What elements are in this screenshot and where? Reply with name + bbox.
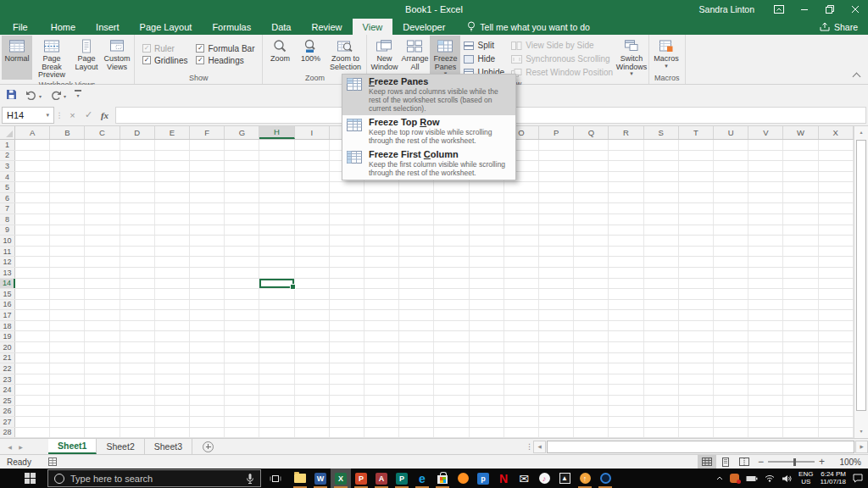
taskbar-search-input[interactable]: Type here to search [47, 469, 261, 487]
formula-bar-checkbox[interactable]: ✓ Formula Bar [196, 44, 254, 53]
cell-D16[interactable] [120, 300, 155, 310]
cell-T17[interactable] [679, 310, 714, 320]
cell-J15[interactable] [330, 289, 364, 299]
cell-S17[interactable] [644, 310, 679, 320]
cell-W17[interactable] [783, 310, 818, 320]
cell-C11[interactable] [85, 247, 120, 257]
cell-Q17[interactable] [574, 310, 609, 320]
cell-U26[interactable] [714, 406, 748, 416]
cell-X18[interactable] [819, 321, 854, 331]
cell-C10[interactable] [85, 236, 120, 246]
tell-me-box[interactable]: Tell me what you want to do [467, 19, 590, 35]
cell-O16[interactable] [504, 300, 539, 310]
cell-T15[interactable] [679, 289, 714, 299]
row-header-11[interactable]: 11 [0, 247, 15, 257]
cell-V13[interactable] [748, 268, 783, 278]
cell-B24[interactable] [50, 385, 85, 395]
cell-O28[interactable] [504, 428, 539, 438]
cell-D6[interactable] [120, 193, 155, 203]
headings-checkbox[interactable]: ✓ Headings [196, 56, 254, 65]
cell-L24[interactable] [399, 385, 434, 395]
cell-X28[interactable] [819, 428, 854, 438]
cell-C12[interactable] [85, 257, 120, 267]
cell-S15[interactable] [644, 289, 679, 299]
cell-V11[interactable] [748, 247, 783, 257]
sheet-tab-sheet1[interactable]: Sheet1 [48, 439, 97, 454]
vertical-scrollbar[interactable]: ▴ ▾ [854, 126, 868, 438]
column-header-E[interactable]: E [155, 126, 190, 139]
cell-E23[interactable] [155, 374, 190, 385]
cell-D28[interactable] [120, 428, 155, 438]
cell-Q14[interactable] [574, 279, 609, 289]
cell-W14[interactable] [783, 279, 818, 289]
cell-T23[interactable] [679, 374, 714, 385]
zoom-to-selection-button[interactable]: Zoom to Selection [326, 36, 364, 73]
row-header-14[interactable]: 14 [0, 279, 15, 289]
cell-C23[interactable] [85, 374, 120, 385]
row-header-6[interactable]: 6 [0, 193, 15, 203]
normal-view-button[interactable]: Normal [2, 36, 32, 80]
column-header-Q[interactable]: Q [574, 126, 609, 139]
cell-C19[interactable] [85, 331, 120, 341]
cell-A23[interactable] [15, 374, 50, 385]
cell-R14[interactable] [609, 279, 643, 289]
cell-N5[interactable] [470, 182, 504, 192]
cell-N6[interactable] [470, 193, 504, 203]
cell-L16[interactable] [399, 300, 434, 310]
column-header-A[interactable]: A [15, 126, 50, 139]
row-header-12[interactable]: 12 [0, 257, 15, 267]
cell-V14[interactable] [748, 279, 783, 289]
cell-S9[interactable] [644, 225, 679, 236]
cell-H9[interactable] [259, 225, 294, 236]
cell-K7[interactable] [364, 203, 399, 214]
cell-A16[interactable] [15, 300, 50, 310]
row-header-17[interactable]: 17 [0, 310, 15, 320]
taskbar-app-paint-icon[interactable]: p [473, 469, 493, 488]
cell-R9[interactable] [609, 225, 643, 236]
cell-I25[interactable] [295, 396, 330, 406]
cell-U18[interactable] [714, 321, 748, 331]
cell-P19[interactable] [539, 331, 574, 341]
cell-I1[interactable] [295, 140, 330, 150]
cell-O7[interactable] [504, 203, 539, 214]
cell-E5[interactable] [155, 182, 190, 192]
cell-B12[interactable] [50, 257, 85, 267]
menu-item-freeze-panes[interactable]: Freeze Panes Keep rows and columns visib… [342, 75, 515, 115]
cell-I6[interactable] [295, 193, 330, 203]
cell-U25[interactable] [714, 396, 748, 406]
cell-N9[interactable] [470, 225, 504, 236]
cell-W12[interactable] [783, 257, 818, 267]
cell-E9[interactable] [155, 225, 190, 236]
cell-N27[interactable] [470, 417, 504, 427]
cell-Q4[interactable] [574, 172, 609, 182]
cell-X5[interactable] [819, 182, 854, 192]
cell-E21[interactable] [155, 353, 190, 363]
cell-D5[interactable] [120, 182, 155, 192]
cell-F7[interactable] [190, 203, 225, 214]
cell-V5[interactable] [748, 182, 783, 192]
zoom-in-button[interactable]: + [819, 458, 825, 466]
cell-Q24[interactable] [574, 385, 609, 395]
cell-H3[interactable] [259, 161, 294, 171]
cell-E2[interactable] [155, 151, 190, 161]
cell-P23[interactable] [539, 374, 574, 385]
cell-I10[interactable] [295, 236, 330, 246]
taskbar-app-access-icon[interactable]: A [371, 469, 392, 488]
cell-W25[interactable] [783, 396, 818, 406]
cell-M8[interactable] [434, 214, 469, 225]
cell-N8[interactable] [470, 214, 504, 225]
cell-E26[interactable] [155, 406, 190, 416]
cell-V15[interactable] [748, 289, 783, 299]
cell-B19[interactable] [50, 331, 85, 341]
cell-T3[interactable] [679, 161, 714, 171]
column-header-S[interactable]: S [644, 126, 679, 139]
sheet-tab-sheet3[interactable]: Sheet3 [145, 439, 192, 454]
cell-E27[interactable] [155, 417, 190, 427]
cell-C8[interactable] [85, 214, 120, 225]
cell-U23[interactable] [714, 374, 748, 385]
cell-U24[interactable] [714, 385, 748, 395]
redo-button[interactable]: ▾ [50, 90, 66, 100]
cell-C27[interactable] [85, 417, 120, 427]
cell-V20[interactable] [748, 342, 783, 352]
ribbon-tab-formulas[interactable]: Formulas [202, 19, 261, 35]
